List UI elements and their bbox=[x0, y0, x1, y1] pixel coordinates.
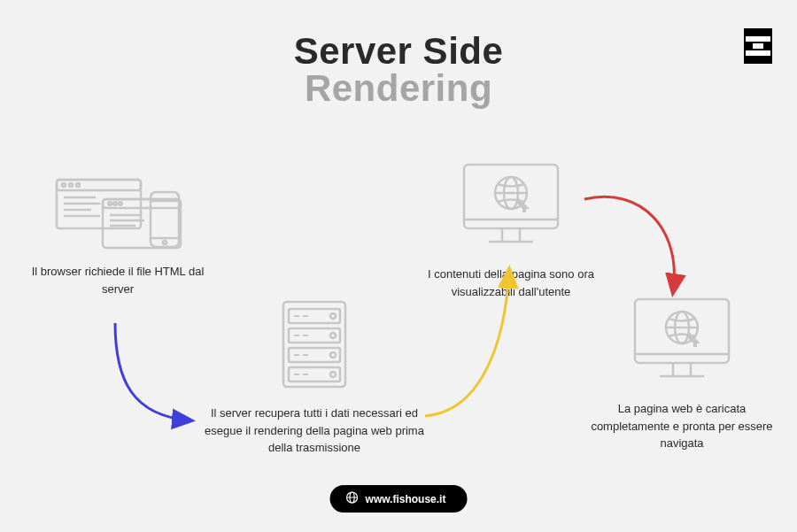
arrow-1-to-2 bbox=[115, 323, 190, 420]
footer-pill: www.fishouse.it bbox=[330, 485, 468, 513]
footer-url: www.fishouse.it bbox=[366, 493, 446, 505]
arrow-3-to-4 bbox=[584, 197, 674, 292]
arrow-2-to-3 bbox=[425, 270, 509, 416]
globe-icon bbox=[346, 491, 359, 506]
flow-arrows bbox=[0, 0, 797, 532]
